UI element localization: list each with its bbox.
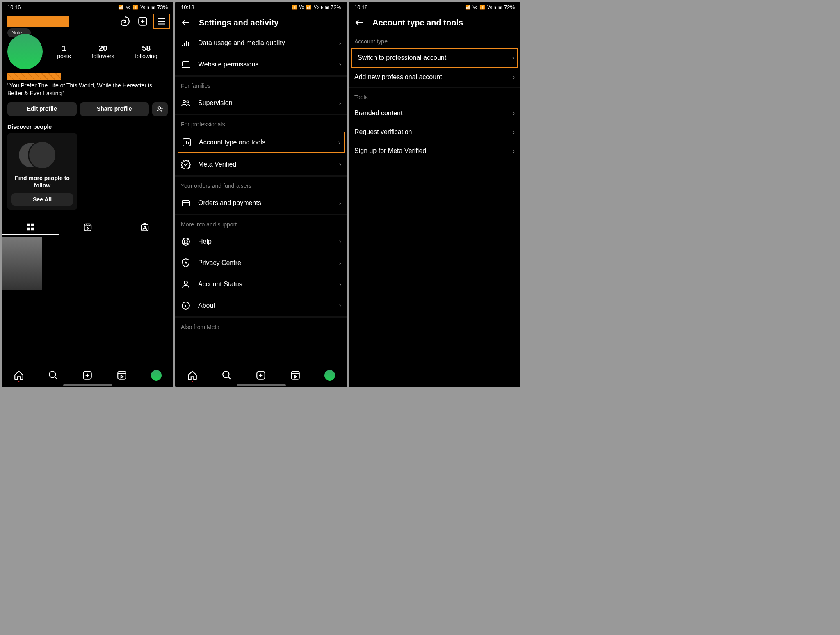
discover-card[interactable]: Find more people to follow See All bbox=[7, 133, 77, 210]
nav-home-icon[interactable] bbox=[187, 370, 198, 381]
reels-tab[interactable] bbox=[59, 219, 116, 235]
item-privacy[interactable]: Privacy Centre › bbox=[175, 252, 347, 274]
create-icon[interactable] bbox=[137, 16, 148, 27]
phone-settings: 10:18 📶Vo 📶Vo ◗▣ 72% Settings and activi… bbox=[175, 2, 347, 387]
battery-icon: ▣ bbox=[151, 5, 155, 9]
phone-account-type: 10:18 📶Vo 📶Vo ◗▣ 72% Account type and to… bbox=[349, 2, 520, 387]
nav-create-icon[interactable] bbox=[82, 370, 93, 381]
item-about[interactable]: About › bbox=[175, 295, 347, 316]
username-redacted[interactable] bbox=[7, 16, 69, 27]
nav-create-icon[interactable] bbox=[256, 370, 266, 381]
grid-tab[interactable] bbox=[2, 219, 59, 235]
hamburger-icon[interactable] bbox=[156, 16, 167, 27]
stat-following[interactable]: 58following bbox=[135, 44, 157, 59]
stat-followers[interactable]: 20followers bbox=[91, 44, 114, 59]
svg-point-4 bbox=[144, 226, 146, 228]
item-branded-content[interactable]: Branded content › bbox=[349, 104, 520, 123]
edit-profile-button[interactable]: Edit profile bbox=[7, 102, 77, 116]
item-request-verification[interactable]: Request verification › bbox=[349, 123, 520, 142]
svg-point-15 bbox=[184, 281, 187, 284]
chevron-right-icon: › bbox=[339, 39, 341, 47]
back-button[interactable] bbox=[354, 18, 364, 27]
person-icon bbox=[181, 279, 191, 289]
nav-reels-icon[interactable] bbox=[116, 370, 127, 381]
item-supervision[interactable]: Supervision › bbox=[175, 92, 347, 114]
item-help[interactable]: Help › bbox=[175, 231, 347, 252]
svg-rect-3 bbox=[142, 225, 148, 231]
shield-icon bbox=[181, 258, 191, 268]
item-switch-professional[interactable]: Switch to professional account › bbox=[351, 48, 518, 68]
nav-search-icon[interactable] bbox=[48, 370, 59, 381]
svg-rect-19 bbox=[292, 371, 300, 379]
nav-search-icon[interactable] bbox=[221, 370, 232, 381]
svg-point-14 bbox=[184, 240, 187, 243]
add-friend-button[interactable] bbox=[152, 102, 168, 116]
share-profile-button[interactable]: Share profile bbox=[80, 102, 149, 116]
svg-point-5 bbox=[49, 371, 55, 377]
verified-icon bbox=[181, 160, 191, 169]
tagged-tab[interactable] bbox=[116, 219, 173, 235]
status-bar: 10:16 📶Vo 📶Vo ◗ ▣ 73% bbox=[2, 2, 173, 12]
page-title: Account type and tools bbox=[372, 18, 463, 27]
item-account-type-tools[interactable]: Account type and tools › bbox=[178, 132, 345, 153]
phone-profile: 10:16 📶Vo 📶Vo ◗ ▣ 73% Note… 1posts bbox=[2, 2, 173, 387]
svg-point-9 bbox=[183, 100, 185, 103]
nav-reels-icon[interactable] bbox=[290, 370, 301, 381]
svg-point-10 bbox=[187, 101, 189, 103]
item-add-professional[interactable]: Add new professional account › bbox=[349, 68, 520, 87]
status-time: 10:16 bbox=[7, 4, 21, 10]
nav-profile-icon[interactable] bbox=[324, 370, 335, 381]
bars-icon bbox=[181, 38, 191, 48]
chart-icon bbox=[182, 137, 192, 147]
discover-header: Discover people bbox=[2, 118, 173, 133]
bio-text: "You Prefer The Life of This World, Whil… bbox=[7, 82, 168, 97]
battery-pct: 73% bbox=[157, 4, 168, 10]
back-button[interactable] bbox=[181, 18, 191, 27]
hamburger-highlight bbox=[153, 14, 170, 29]
item-data-usage[interactable]: Data usage and media quality › bbox=[175, 32, 347, 54]
info-icon bbox=[181, 301, 191, 311]
nav-profile-icon[interactable] bbox=[151, 370, 162, 381]
laptop-icon bbox=[181, 59, 191, 69]
nav-home-icon[interactable] bbox=[14, 370, 24, 381]
item-signup-meta-verified[interactable]: Sign up for Meta Verified › bbox=[349, 142, 520, 160]
display-name-redacted bbox=[7, 73, 61, 80]
item-account-status[interactable]: Account Status › bbox=[175, 274, 347, 295]
svg-rect-12 bbox=[182, 201, 189, 206]
people-icon bbox=[181, 98, 191, 108]
profile-avatar[interactable]: Note… bbox=[7, 34, 43, 69]
item-meta-verified[interactable]: Meta Verified › bbox=[175, 154, 347, 175]
item-web-permissions[interactable]: Website permissions › bbox=[175, 54, 347, 75]
svg-point-1 bbox=[158, 107, 161, 109]
card-icon bbox=[181, 198, 191, 208]
post-thumbnail[interactable] bbox=[2, 237, 42, 290]
lifebuoy-icon bbox=[181, 237, 191, 247]
see-all-button[interactable]: See All bbox=[11, 193, 73, 206]
svg-rect-8 bbox=[183, 62, 189, 66]
stat-posts[interactable]: 1posts bbox=[57, 44, 71, 59]
svg-rect-7 bbox=[118, 371, 126, 379]
svg-rect-2 bbox=[84, 224, 91, 231]
item-orders[interactable]: Orders and payments › bbox=[175, 192, 347, 214]
svg-point-17 bbox=[223, 371, 229, 377]
page-title: Settings and activity bbox=[199, 18, 279, 27]
threads-icon[interactable] bbox=[119, 16, 130, 27]
